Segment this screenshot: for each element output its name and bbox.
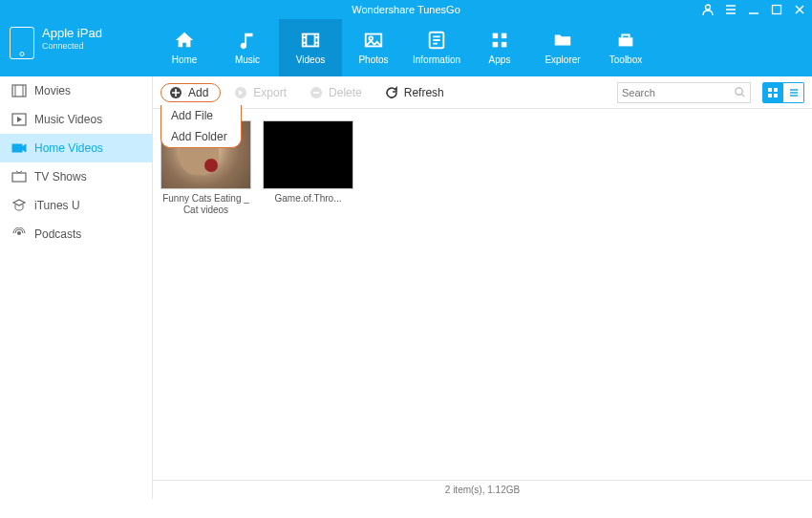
delete-label: Delete bbox=[329, 86, 362, 99]
podcasts-icon bbox=[11, 227, 27, 241]
svg-rect-12 bbox=[12, 144, 22, 152]
svg-rect-1 bbox=[773, 6, 781, 14]
sidebar: Movies Music Videos Home Videos TV Shows… bbox=[0, 76, 153, 499]
information-icon bbox=[425, 30, 448, 51]
device-info: Apple iPad Connected bbox=[42, 27, 102, 51]
menu-icon[interactable] bbox=[722, 1, 739, 18]
sidebar-item-movies[interactable]: Movies bbox=[0, 76, 152, 105]
toolbar: Add Add File Add Folder Export Delete Re… bbox=[153, 76, 812, 109]
tab-information-label: Information bbox=[413, 54, 460, 65]
nav-tabs: Home Music Videos Photos Information App… bbox=[153, 19, 657, 76]
status-text: 2 item(s), 1.12GB bbox=[445, 485, 520, 495]
sidebar-item-homevideos[interactable]: Home Videos bbox=[0, 134, 152, 162]
svg-rect-8 bbox=[493, 41, 499, 47]
tab-home[interactable]: Home bbox=[153, 19, 216, 76]
window-controls bbox=[699, 0, 808, 19]
export-button[interactable]: Export bbox=[224, 83, 296, 102]
tvshows-icon bbox=[11, 170, 27, 183]
sidebar-item-tvshows[interactable]: TV Shows bbox=[0, 162, 152, 191]
body: Movies Music Videos Home Videos TV Shows… bbox=[0, 76, 812, 499]
search-box[interactable] bbox=[617, 82, 751, 103]
device-icon bbox=[10, 27, 34, 59]
device-name: Apple iPad bbox=[42, 27, 102, 39]
tab-music[interactable]: Music bbox=[216, 19, 279, 76]
sidebar-item-label: TV Shows bbox=[34, 170, 87, 183]
sidebar-item-itunesu[interactable]: iTunes U bbox=[0, 191, 152, 220]
list-view-button[interactable] bbox=[783, 82, 804, 103]
nav-row: Apple iPad Connected Home Music Videos P… bbox=[0, 19, 812, 76]
explorer-icon bbox=[551, 30, 574, 51]
svg-rect-7 bbox=[502, 32, 507, 38]
home-icon bbox=[173, 30, 196, 51]
refresh-icon bbox=[385, 86, 398, 99]
app-header: Wondershare TunesGo Apple iPad Connected… bbox=[0, 0, 812, 76]
sidebar-item-musicvideos[interactable]: Music Videos bbox=[0, 105, 152, 134]
svg-rect-19 bbox=[768, 88, 772, 92]
grid-view-button[interactable] bbox=[762, 82, 783, 103]
list-icon bbox=[788, 87, 800, 98]
tab-apps[interactable]: Apps bbox=[468, 19, 531, 76]
tab-videos-label: Videos bbox=[296, 54, 325, 65]
app-title: Wondershare TunesGo bbox=[352, 4, 460, 15]
refresh-button[interactable]: Refresh bbox=[375, 83, 454, 102]
export-label: Export bbox=[253, 86, 287, 99]
video-title: Game.of.Thro... bbox=[263, 193, 353, 216]
grid-icon bbox=[767, 87, 779, 98]
device-area[interactable]: Apple iPad Connected bbox=[0, 19, 153, 76]
sidebar-item-podcasts[interactable]: Podcasts bbox=[0, 220, 152, 248]
musicvideos-icon bbox=[11, 113, 27, 126]
tab-home-label: Home bbox=[172, 54, 198, 65]
sidebar-item-label: Podcasts bbox=[34, 227, 81, 241]
sidebar-item-label: Home Videos bbox=[34, 141, 103, 155]
svg-rect-13 bbox=[12, 173, 26, 182]
add-dropdown: Add File Add Folder bbox=[160, 105, 242, 148]
svg-rect-20 bbox=[774, 88, 778, 92]
svg-point-18 bbox=[736, 88, 742, 95]
tab-apps-label: Apps bbox=[489, 54, 511, 65]
minimize-icon[interactable] bbox=[745, 1, 762, 18]
video-item[interactable]: Game.of.Thro... bbox=[263, 120, 353, 216]
svg-rect-2 bbox=[303, 33, 319, 46]
sidebar-item-label: iTunes U bbox=[34, 199, 80, 212]
svg-rect-10 bbox=[12, 85, 26, 97]
tab-photos[interactable]: Photos bbox=[342, 19, 405, 76]
music-icon bbox=[236, 30, 259, 51]
main: Add Add File Add Folder Export Delete Re… bbox=[153, 76, 812, 499]
delete-icon bbox=[310, 86, 323, 99]
user-icon[interactable] bbox=[699, 1, 716, 18]
search-icon bbox=[734, 86, 746, 98]
tab-explorer[interactable]: Explorer bbox=[531, 19, 594, 76]
tab-explorer-label: Explorer bbox=[545, 54, 580, 65]
content-grid: Funny Cats Eating _ Cat videos Compilati… bbox=[153, 109, 812, 480]
svg-rect-21 bbox=[768, 94, 772, 97]
add-button[interactable]: Add bbox=[160, 83, 221, 102]
sidebar-item-label: Music Videos bbox=[34, 113, 102, 126]
close-icon[interactable] bbox=[791, 1, 808, 18]
tab-photos-label: Photos bbox=[358, 54, 388, 65]
svg-point-14 bbox=[17, 231, 21, 235]
tab-toolbox-label: Toolbox bbox=[609, 54, 642, 65]
tab-videos[interactable]: Videos bbox=[279, 19, 342, 76]
add-label: Add bbox=[188, 86, 208, 99]
statusbar: 2 item(s), 1.12GB bbox=[153, 480, 812, 499]
refresh-label: Refresh bbox=[404, 86, 444, 99]
apps-icon bbox=[488, 30, 511, 51]
delete-button[interactable]: Delete bbox=[300, 83, 372, 102]
add-file-item[interactable]: Add File bbox=[161, 105, 241, 126]
svg-rect-6 bbox=[493, 32, 499, 38]
search-input[interactable] bbox=[622, 87, 734, 98]
tab-toolbox[interactable]: Toolbox bbox=[594, 19, 657, 76]
toolbox-icon bbox=[614, 30, 637, 51]
add-folder-item[interactable]: Add Folder bbox=[161, 126, 241, 147]
tab-information[interactable]: Information bbox=[405, 19, 468, 76]
maximize-icon[interactable] bbox=[768, 1, 785, 18]
movies-icon bbox=[11, 84, 27, 97]
plus-icon bbox=[169, 86, 182, 99]
sidebar-item-label: Movies bbox=[34, 84, 71, 97]
export-icon bbox=[234, 86, 247, 99]
svg-point-0 bbox=[706, 5, 711, 10]
homevideos-icon bbox=[11, 141, 27, 155]
videos-icon bbox=[299, 30, 322, 51]
svg-rect-9 bbox=[502, 41, 507, 47]
svg-rect-22 bbox=[774, 94, 778, 97]
